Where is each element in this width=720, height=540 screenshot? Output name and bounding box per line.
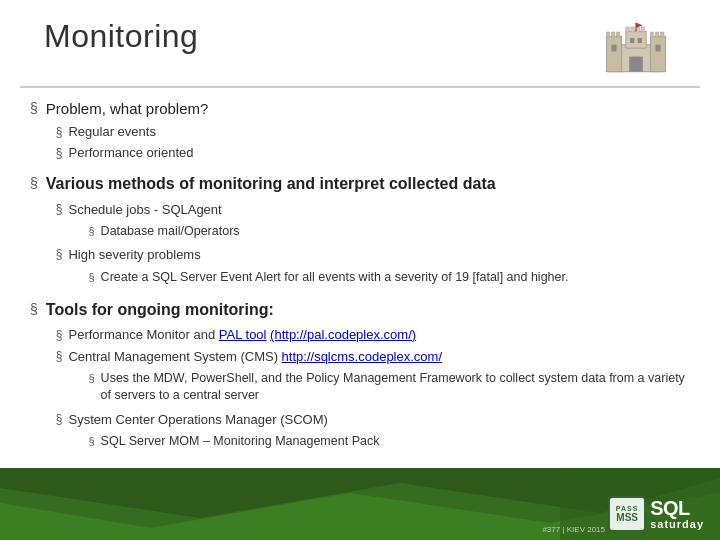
bullet-l2-marker: § bbox=[56, 125, 63, 139]
cms-children: § Uses the MDW, PowerShell, and the Poli… bbox=[68, 370, 690, 405]
logo-area bbox=[596, 18, 676, 78]
bullet-marker-1: § bbox=[30, 100, 38, 116]
item-performance-oriented: § Performance oriented bbox=[56, 144, 209, 162]
sql-saturday-text: SQL saturday bbox=[650, 498, 704, 530]
bullet-l2-marker-4: § bbox=[56, 247, 63, 261]
svg-rect-3 bbox=[650, 36, 665, 72]
item-sql-mom: § SQL Server MOM – Monitoring Management… bbox=[88, 433, 379, 451]
svg-rect-4 bbox=[626, 31, 646, 48]
saturday-label: saturday bbox=[650, 518, 704, 530]
pass-label: PASS bbox=[616, 505, 639, 512]
svg-rect-11 bbox=[626, 26, 629, 31]
bullet-l2-marker-6: § bbox=[56, 349, 63, 363]
item-high-severity-text: High severity problems bbox=[68, 247, 200, 262]
section-various-children: § Schedule jobs - SQLAgent § Database ma… bbox=[46, 200, 569, 288]
item-mdw-text: Uses the MDW, PowerShell, and the Policy… bbox=[101, 370, 690, 405]
item-regular-events: § Regular events bbox=[56, 123, 209, 141]
section-tools-children: § Performance Monitor and PAL tool (http… bbox=[46, 326, 690, 453]
bullet-l3-marker-2: § bbox=[88, 271, 94, 283]
svg-rect-9 bbox=[655, 32, 658, 37]
bullet-l2-marker-3: § bbox=[56, 202, 63, 216]
item-schedule-jobs-text: Schedule jobs - SQLAgent bbox=[68, 202, 221, 217]
item-perf-monitor-text: Performance Monitor and PAL tool (http:/… bbox=[68, 326, 416, 344]
pal-url-link[interactable]: (http://pal.codeplex.com/) bbox=[270, 327, 416, 342]
svg-rect-15 bbox=[611, 44, 616, 51]
section-tools-title: Tools for ongoing monitoring: bbox=[46, 301, 274, 318]
section-problem-children: § Regular events § Performance oriented bbox=[46, 123, 209, 162]
section-problem: § Problem, what problem? § Regular event… bbox=[30, 98, 690, 165]
bullet-l3-marker-3: § bbox=[88, 372, 94, 384]
item-cms-text: Central Management System (CMS) http://s… bbox=[68, 349, 442, 364]
scom-children: § SQL Server MOM – Monitoring Management… bbox=[68, 433, 379, 451]
svg-rect-1 bbox=[629, 56, 643, 71]
pal-tool-link[interactable]: PAL tool bbox=[219, 327, 267, 342]
bullet-marker-3: § bbox=[30, 301, 38, 317]
high-severity-children: § Create a SQL Server Event Alert for al… bbox=[68, 269, 568, 287]
cms-url-link[interactable]: http://sqlcms.codeplex.com/ bbox=[282, 349, 442, 364]
item-mdw: § Uses the MDW, PowerShell, and the Poli… bbox=[88, 370, 690, 405]
bullet-l2-marker-5: § bbox=[56, 328, 63, 342]
header: Monitoring bbox=[20, 0, 700, 88]
svg-rect-5 bbox=[606, 32, 609, 37]
mss-label: MSS bbox=[616, 512, 638, 523]
section-various-title: Various methods of monitoring and interp… bbox=[46, 175, 496, 192]
content-area: § Problem, what problem? § Regular event… bbox=[0, 88, 720, 468]
section-problem-title: Problem, what problem? bbox=[46, 100, 209, 117]
bullet-l3-marker-4: § bbox=[88, 435, 94, 447]
sql-label: SQL bbox=[650, 498, 690, 518]
svg-rect-12 bbox=[631, 26, 634, 31]
section-various: § Various methods of monitoring and inte… bbox=[30, 173, 690, 291]
svg-rect-17 bbox=[630, 37, 634, 42]
item-database-mail: § Database mail/Operators bbox=[88, 223, 239, 241]
bullet-marker-2: § bbox=[30, 175, 38, 191]
svg-rect-10 bbox=[661, 32, 664, 37]
bullet-l2-marker-7: § bbox=[56, 412, 63, 426]
sql-saturday-logo: PASS MSS SQL saturday bbox=[608, 496, 704, 532]
svg-rect-7 bbox=[617, 32, 620, 37]
svg-rect-16 bbox=[655, 44, 660, 51]
item-perf-monitor: § Performance Monitor and PAL tool (http… bbox=[56, 326, 690, 344]
svg-rect-18 bbox=[638, 37, 642, 42]
bullet-l3-marker-1: § bbox=[88, 225, 94, 237]
bullet-l2-marker-2: § bbox=[56, 146, 63, 160]
svg-rect-2 bbox=[606, 36, 621, 72]
item-scom: § System Center Operations Manager (SCOM… bbox=[56, 410, 690, 453]
item-regular-events-text: Regular events bbox=[68, 123, 155, 141]
item-create-alert: § Create a SQL Server Event Alert for al… bbox=[88, 269, 568, 287]
item-schedule-jobs: § Schedule jobs - SQLAgent § Database ma… bbox=[56, 200, 569, 243]
item-scom-text: System Center Operations Manager (SCOM) bbox=[68, 412, 327, 427]
slide: Monitoring bbox=[0, 0, 720, 540]
svg-rect-14 bbox=[641, 26, 644, 31]
footer: #377 | KIEV 2015 PASS MSS SQL saturday bbox=[0, 468, 720, 540]
item-sql-mom-text: SQL Server MOM – Monitoring Management P… bbox=[101, 433, 380, 451]
svg-rect-8 bbox=[650, 32, 653, 37]
item-performance-oriented-text: Performance oriented bbox=[68, 144, 193, 162]
item-cms: § Central Management System (CMS) http:/… bbox=[56, 347, 690, 407]
schedule-jobs-children: § Database mail/Operators bbox=[68, 223, 239, 241]
item-high-severity: § High severity problems § Create a SQL … bbox=[56, 245, 569, 288]
event-number: #377 | KIEV 2015 bbox=[542, 525, 605, 534]
svg-rect-6 bbox=[611, 32, 614, 37]
item-database-mail-text: Database mail/Operators bbox=[101, 223, 240, 241]
slide-title: Monitoring bbox=[44, 18, 198, 55]
item-create-alert-text: Create a SQL Server Event Alert for all … bbox=[101, 269, 569, 287]
castle-icon bbox=[601, 21, 671, 76]
pass-badge: PASS MSS bbox=[608, 496, 646, 532]
section-tools: § Tools for ongoing monitoring: § Perfor… bbox=[30, 299, 690, 455]
